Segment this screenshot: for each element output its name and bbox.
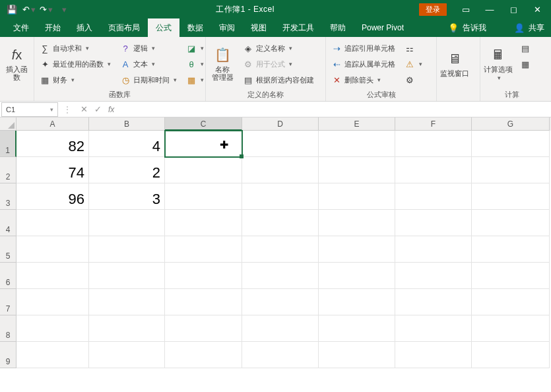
cell[interactable] [395,210,472,236]
cell[interactable] [165,131,242,157]
cell[interactable] [89,289,165,315]
define-name-button[interactable]: ◈定义名称▾ [240,41,317,55]
cell[interactable] [319,210,395,236]
cell[interactable] [165,342,242,368]
cell[interactable] [319,157,395,183]
cell[interactable] [242,342,319,368]
cell[interactable] [165,183,242,210]
maximize-button[interactable]: ◻ [502,2,525,16]
more-functions-button[interactable]: ▦▾ [183,73,207,87]
minimize-button[interactable]: — [478,2,501,16]
trace-dependents-button[interactable]: ⇠追踪从属单元格 [329,57,398,71]
row-header[interactable]: 6 [0,263,16,289]
use-in-formula-button[interactable]: ⚙用于公式▾ [240,57,317,71]
error-check-button[interactable]: ⚠▾ [402,57,425,71]
cell[interactable] [242,183,319,210]
tab-layout[interactable]: 页面布局 [100,18,148,37]
cell[interactable]: 96 [16,183,89,210]
cell[interactable] [472,263,550,289]
row-header[interactable]: 5 [0,236,16,263]
cell[interactable] [319,315,395,342]
share-button[interactable]: 共享 [529,22,544,34]
cell[interactable] [395,131,472,157]
cell[interactable] [395,236,472,263]
cell[interactable] [472,131,550,157]
cell[interactable] [242,315,319,342]
qat-customize[interactable]: ▾ [55,2,71,16]
cell[interactable] [472,289,550,315]
cell[interactable] [472,236,550,263]
cell[interactable] [165,263,242,289]
tellme-label[interactable]: 告诉我 [463,22,486,34]
row-header[interactable]: 8 [0,315,16,342]
cell[interactable] [395,157,472,183]
cell[interactable] [395,263,472,289]
cell[interactable] [319,289,395,315]
insert-function-button[interactable]: fx插入函数 [3,40,31,87]
cell[interactable] [319,236,395,263]
datetime-button[interactable]: ◷日期和时间▾ [117,73,179,87]
cell[interactable] [472,315,550,342]
cell[interactable] [89,263,165,289]
tab-file[interactable]: 文件 [5,18,37,37]
cell[interactable] [472,342,550,368]
cell[interactable] [319,131,395,157]
cancel-formula-button[interactable]: ✕ [81,104,88,114]
tab-home[interactable]: 开始 [37,18,69,37]
cell[interactable] [89,315,165,342]
create-from-selection-button[interactable]: ▤根据所选内容创建 [240,73,317,87]
row-header[interactable]: 1 [0,131,16,157]
cell[interactable] [165,289,242,315]
tab-dev[interactable]: 开发工具 [275,18,322,37]
row-header[interactable]: 7 [0,289,16,315]
cell[interactable] [16,342,89,368]
row-header[interactable]: 3 [0,183,16,210]
recent-functions-button[interactable]: ✦最近使用的函数▾ [37,57,113,71]
cell[interactable] [319,263,395,289]
tab-review[interactable]: 审阅 [211,18,243,37]
text-button[interactable]: A文本▾ [117,57,179,71]
cell[interactable]: 74 [16,157,89,183]
cell[interactable]: 3 [89,183,165,210]
cell[interactable] [472,210,550,236]
cell[interactable] [319,183,395,210]
col-header[interactable]: C [165,117,242,131]
tab-data[interactable]: 数据 [179,18,211,37]
tab-formula[interactable]: 公式 [148,18,179,37]
math-button[interactable]: θ▾ [183,57,207,71]
cell[interactable] [319,342,395,368]
cell[interactable] [165,157,242,183]
cell[interactable] [165,236,242,263]
tab-view[interactable]: 视图 [243,18,275,37]
col-header[interactable]: E [319,117,395,131]
cell[interactable] [89,342,165,368]
tab-insert[interactable]: 插入 [69,18,100,37]
cell[interactable] [16,236,89,263]
cell[interactable] [89,236,165,263]
cell[interactable] [395,342,472,368]
logical-button[interactable]: ?逻辑▾ [117,41,179,55]
cell[interactable] [242,157,319,183]
cell[interactable] [89,210,165,236]
row-header[interactable]: 4 [0,210,16,236]
cell[interactable] [16,289,89,315]
redo-button[interactable]: ↷▾ [38,2,54,16]
name-box[interactable]: C1▾ [1,102,58,117]
cell[interactable] [16,263,89,289]
cell[interactable]: 4 [89,131,165,157]
login-button[interactable]: 登录 [419,3,447,16]
calc-now-button[interactable]: ▤ [517,41,533,55]
cell[interactable]: 2 [89,157,165,183]
lookup-button[interactable]: ◪▾ [183,41,207,55]
cell[interactable] [242,263,319,289]
tab-help[interactable]: 帮助 [322,18,354,37]
cell[interactable] [16,210,89,236]
name-manager-button[interactable]: 📋名称 管理器 [209,40,236,87]
cell[interactable] [242,289,319,315]
calc-options-button[interactable]: 🖩计算选项▾ [483,40,513,87]
cell[interactable] [242,210,319,236]
tab-pivot[interactable]: Power Pivot [354,18,412,37]
col-header[interactable]: G [472,117,550,131]
cell[interactable] [242,236,319,263]
trace-precedents-button[interactable]: ⇢追踪引用单元格 [329,41,398,55]
